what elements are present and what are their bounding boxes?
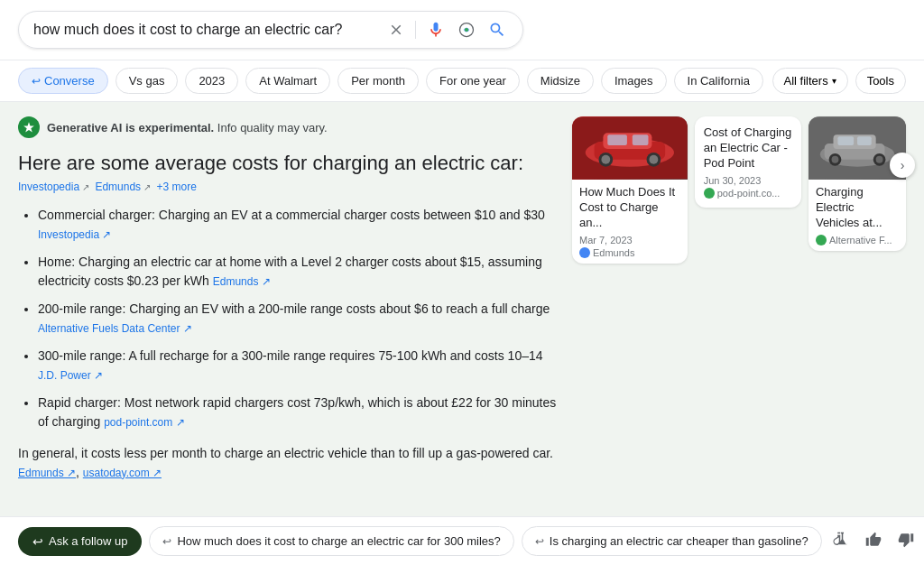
chevron-down-icon: ▾ — [832, 76, 836, 86]
ext-icon: ↗ — [94, 369, 103, 382]
thumbs-up-button[interactable] — [862, 528, 885, 554]
podpoint-source-dot — [704, 188, 715, 199]
search-submit-icon[interactable] — [486, 19, 508, 41]
chip-in-california-label: In California — [688, 74, 750, 88]
answer-bullets: Commercial charger: Charging an EV at a … — [18, 206, 558, 431]
card-podpoint-date: Jun 30, 2023 — [704, 175, 792, 186]
svg-rect-6 — [607, 134, 627, 145]
filter-right-controls: All filters ▾ Tools — [772, 68, 906, 94]
source-link-investopedia[interactable]: Investopedia ↗ — [38, 228, 111, 241]
source-link-usatoday[interactable]: usatoday.com ↗ — [83, 467, 162, 479]
suggestion-2-label: Is charging an electric car cheaper than… — [550, 534, 808, 548]
card-edmunds-body: How Much Does It Cost to Charge an... Ma… — [572, 180, 688, 264]
card-alternative-fuels[interactable]: Charging Electric Vehicles at... Alterna… — [808, 116, 906, 251]
ask-followup-label: Ask a follow up — [49, 534, 127, 548]
search-bar-container — [18, 11, 523, 49]
bullet-rapid: Rapid charger: Most network rapid charge… — [38, 394, 558, 431]
chip-converse[interactable]: ↩ Converse — [18, 68, 108, 94]
svg-point-1 — [465, 28, 468, 32]
lens-icon[interactable] — [456, 19, 477, 41]
suggestion-1-label: How much does it cost to charge an elect… — [177, 534, 500, 548]
chip-per-month[interactable]: Per month — [337, 68, 419, 94]
chip-midsize[interactable]: Midsize — [527, 68, 594, 94]
divider — [415, 21, 416, 39]
chip-for-one-year[interactable]: For one year — [426, 68, 520, 94]
voice-search-icon[interactable] — [425, 19, 447, 41]
chip-midsize-label: Midsize — [541, 74, 580, 88]
bottom-right-icons — [829, 528, 918, 554]
source-link-podpoint[interactable]: pod-point.com ↗ — [104, 416, 184, 429]
source-link-afdc[interactable]: Alternative Fuels Data Center ↗ — [38, 322, 192, 335]
ai-banner-text: Generative AI is experimental. Info qual… — [47, 121, 328, 134]
card-podpoint-title: Cost of Charging an Electric Car - Pod P… — [704, 125, 792, 171]
source-link-jdpower[interactable]: J.D. Power ↗ — [38, 369, 103, 382]
svg-point-11 — [649, 155, 658, 164]
card-edmunds[interactable]: How Much Does It Cost to Charge an... Ma… — [572, 116, 688, 264]
card-edmunds-source: Edmunds — [579, 247, 680, 258]
main-content: Generative AI is experimental. Info qual… — [0, 102, 924, 554]
ai-banner: Generative AI is experimental. Info qual… — [18, 116, 558, 138]
source-more[interactable]: +3 more — [156, 181, 196, 193]
ask-followup-icon: ↩ — [32, 534, 43, 549]
clear-icon[interactable] — [386, 20, 406, 40]
ai-answer-box: Here are some average costs for charging… — [18, 151, 558, 482]
svg-point-21 — [876, 156, 883, 163]
bullet-200mile: 200-mile range: Charging an EV with a 20… — [38, 300, 558, 338]
chip-at-walmart-label: At Walmart — [259, 74, 317, 88]
card-edmunds-date: Mar 7, 2023 — [579, 235, 680, 245]
thumbs-down-button[interactable] — [894, 528, 918, 554]
suggestion-chip-2[interactable]: ↩ Is charging an electric car cheaper th… — [522, 526, 822, 554]
svg-point-9 — [601, 155, 610, 164]
external-link-icon-2: ↗ — [143, 182, 151, 192]
search-icons — [386, 19, 508, 41]
card-alt-fuels-title: Charging Electric Vehicles at... — [816, 185, 899, 231]
all-filters-label: All filters — [784, 74, 828, 88]
svg-rect-16 — [837, 136, 854, 145]
suggestion-chip-1[interactable]: ↩ How much does it cost to charge an ele… — [149, 526, 513, 554]
chip-images[interactable]: Images — [601, 68, 667, 94]
chip-images-label: Images — [614, 74, 653, 88]
filter-chips-bar: ↩ Converse Vs gas 2023 At Walmart Per mo… — [0, 60, 924, 102]
chip-2023[interactable]: 2023 — [185, 68, 238, 94]
answer-sources: Investopedia ↗ Edmunds ↗ +3 more — [18, 181, 558, 193]
ai-icon — [18, 116, 40, 138]
bottom-bar: ↩ Ask a follow up ↩ How much does it cos… — [0, 516, 924, 554]
chip-for-one-year-label: For one year — [439, 74, 506, 88]
chip-in-california[interactable]: In California — [674, 68, 763, 94]
chip-per-month-label: Per month — [351, 74, 405, 88]
ext-icon: ↗ — [176, 416, 185, 429]
chip-vs-gas[interactable]: Vs gas — [116, 68, 179, 94]
card-edmunds-image — [572, 116, 688, 180]
card-alt-fuels-source: Alternative F... — [816, 235, 899, 245]
ask-followup-button[interactable]: ↩ Ask a follow up — [18, 527, 142, 554]
all-filters-button[interactable]: All filters ▾ — [772, 68, 848, 94]
search-bar-area — [0, 0, 924, 60]
svg-point-19 — [831, 156, 838, 163]
suggestion-arrow-icon-2: ↩ — [535, 535, 544, 548]
tools-label: Tools — [867, 74, 894, 88]
chip-converse-label: Converse — [44, 74, 95, 88]
card-podpoint[interactable]: Cost of Charging an Electric Car - Pod P… — [695, 116, 801, 208]
converse-arrow-icon: ↩ — [32, 75, 41, 88]
tools-button[interactable]: Tools — [855, 68, 906, 94]
source-investopedia[interactable]: Investopedia ↗ — [18, 181, 89, 193]
ai-banner-bold: Generative AI is experimental. — [47, 121, 214, 134]
source-link-edmunds-1[interactable]: Edmunds ↗ — [213, 275, 271, 288]
svg-rect-17 — [857, 136, 872, 145]
cards-next-arrow[interactable]: › — [890, 153, 915, 178]
source-edmunds[interactable]: Edmunds ↗ — [95, 181, 151, 193]
right-panel: How Much Does It Cost to Charge an... Ma… — [572, 116, 906, 482]
ext-icon: ↗ — [262, 275, 271, 288]
svg-rect-7 — [633, 134, 649, 145]
chip-at-walmart[interactable]: At Walmart — [245, 68, 330, 94]
bullet-300mile: 300-mile range: A full recharge for a 30… — [38, 347, 558, 384]
summary-text: In general, it costs less per month to c… — [18, 444, 558, 482]
chip-2023-label: 2023 — [199, 74, 225, 88]
flask-icon-button[interactable] — [829, 528, 853, 554]
ext-icon: ↗ — [183, 322, 192, 335]
search-input[interactable] — [33, 22, 386, 38]
left-panel: Generative AI is experimental. Info qual… — [18, 116, 558, 482]
ext-icon: ↗ — [102, 228, 111, 241]
external-link-icon-1: ↗ — [82, 182, 89, 192]
source-link-edmunds-2[interactable]: Edmunds ↗ — [18, 467, 76, 479]
